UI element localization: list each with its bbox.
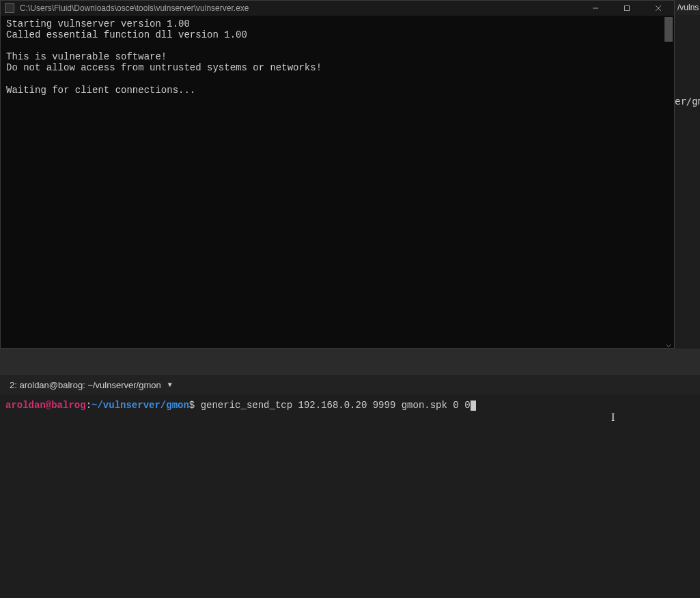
scrollbar-thumb[interactable] — [664, 17, 673, 42]
vulnserver-console-window: C:\Users\Fluid\Downloads\osce\tools\vuln… — [0, 0, 675, 349]
command-input: generic_send_tcp 192.168.0.20 9999 gmon.… — [195, 400, 470, 411]
prompt-user: aroldan@balrog — [5, 400, 86, 411]
window-titlebar[interactable]: C:\Users\Fluid\Downloads\osce\tools\vuln… — [1, 1, 674, 16]
prompt-dollar: $ — [189, 400, 195, 411]
prompt-path: ~/vulnserver/gmon — [92, 400, 189, 411]
scrollbar-track[interactable] — [663, 16, 674, 348]
window-controls — [580, 1, 674, 16]
dropdown-arrow-icon[interactable]: ▼ — [168, 381, 172, 389]
close-button[interactable] — [643, 1, 674, 16]
prompt-separator: : — [86, 400, 92, 411]
terminal-cursor — [471, 400, 476, 411]
background-tab-fragment: /vulns — [675, 0, 700, 15]
app-icon — [5, 3, 14, 13]
maximize-button[interactable] — [611, 1, 643, 16]
terminal-body[interactable]: aroldan@balrog:~/vulnserver/gmon$ generi… — [0, 394, 700, 416]
background-gap — [0, 349, 700, 375]
window-title: C:\Users\Fluid\Downloads\osce\tools\vuln… — [20, 3, 249, 13]
console-output-area[interactable]: Starting vulnserver version 1.00 Called … — [1, 16, 674, 348]
svg-rect-1 — [625, 6, 630, 11]
minimize-button[interactable] — [580, 1, 611, 16]
linux-terminal-window: 2: aroldan@balrog: ~/vulnserver/gmon ▼ a… — [0, 375, 700, 598]
terminal-tab-bar[interactable]: 2: aroldan@balrog: ~/vulnserver/gmon ▼ — [0, 375, 700, 394]
terminal-tab-label[interactable]: 2: aroldan@balrog: ~/vulnserver/gmon — [10, 380, 161, 390]
console-output-text: Starting vulnserver version 1.00 Called … — [6, 18, 669, 96]
scroll-down-icon[interactable] — [666, 340, 671, 345]
mouse-ibeam-cursor-icon: I — [611, 411, 615, 424]
background-text-fragment: er/gm — [675, 96, 700, 107]
